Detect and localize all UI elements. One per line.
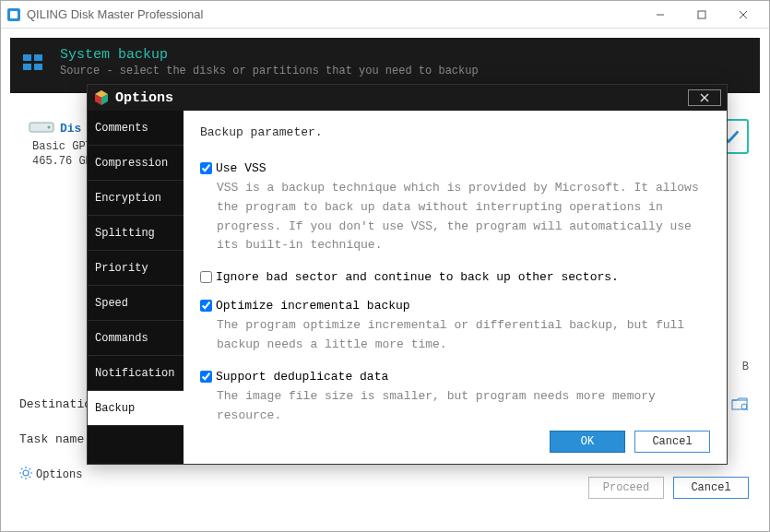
task-name-label: Task name: (19, 432, 91, 446)
options-link[interactable]: Options (19, 467, 82, 483)
options-sidebar: Comments Compression Encryption Splittin… (88, 111, 184, 464)
disk-type: Basic GPT (32, 140, 92, 153)
sidebar-item-comments[interactable]: Comments (88, 111, 184, 146)
option-ignore-bad-sector: Ignore bad sector and continue to back u… (200, 270, 710, 284)
disk-icon (29, 119, 54, 138)
grid-icon (21, 51, 45, 77)
label-optimize-incremental[interactable]: Optimize incremental backup (216, 299, 410, 313)
size-unit-label: B (742, 361, 749, 373)
browse-icon[interactable] (730, 396, 749, 415)
checkbox-use-vss[interactable] (200, 162, 212, 174)
options-panel: Backup parameter. Use VSS VSS is a backu… (184, 111, 727, 464)
dialog-titlebar: Options (88, 85, 727, 111)
sidebar-item-compression[interactable]: Compression (88, 146, 184, 181)
window-title: QILING Disk Master Professional (27, 7, 639, 21)
proceed-button[interactable]: Proceed (588, 477, 664, 499)
svg-line-14 (746, 408, 748, 410)
svg-rect-9 (34, 64, 42, 70)
label-ignore-bad-sector[interactable]: Ignore bad sector and continue to back u… (216, 270, 619, 284)
gear-icon (19, 467, 32, 483)
option-use-vss: Use VSS VSS is a backup technique which … (200, 161, 710, 255)
svg-point-11 (48, 126, 51, 129)
svg-line-21 (30, 477, 30, 478)
close-button[interactable] (722, 2, 764, 28)
sidebar-item-commands[interactable]: Commands (88, 321, 184, 356)
main-titlebar: QILING Disk Master Professional (1, 1, 769, 29)
main-button-row: Proceed Cancel (588, 477, 749, 499)
option-optimize-incremental: Optimize incremental backup The program … (200, 299, 710, 355)
main-window: QILING Disk Master Professional System b… (0, 0, 770, 532)
ok-button[interactable]: OK (550, 431, 625, 453)
svg-point-15 (23, 470, 29, 476)
dialog-close-button[interactable] (688, 89, 721, 106)
svg-rect-12 (732, 400, 747, 409)
disk-card[interactable]: Dis Basic GPT 465.76 GB (29, 119, 92, 168)
options-dialog: Options Comments Compression Encryption … (87, 84, 728, 465)
dialog-cancel-button[interactable]: Cancel (634, 431, 710, 453)
svg-rect-7 (34, 54, 42, 61)
task-name-row: Task name: (19, 432, 91, 446)
dialog-title: Options (115, 90, 688, 106)
dialog-body: Comments Compression Encryption Splittin… (88, 111, 727, 464)
window-controls (639, 2, 764, 28)
panel-title: Backup parameter. (200, 125, 710, 139)
cancel-button[interactable]: Cancel (673, 477, 749, 499)
dialog-button-row: OK Cancel (550, 431, 710, 453)
checkbox-optimize-incremental[interactable] (200, 300, 212, 312)
checkbox-deduplicate[interactable] (200, 371, 212, 383)
option-deduplicate: Support deduplicate data The image file … (200, 370, 710, 426)
svg-rect-6 (23, 54, 31, 61)
sidebar-item-notification[interactable]: Notification (88, 356, 184, 391)
maximize-button[interactable] (681, 2, 722, 28)
disk-name: Dis (60, 122, 81, 136)
label-use-vss[interactable]: Use VSS (216, 161, 267, 175)
svg-line-22 (30, 468, 30, 469)
checkbox-ignore-bad-sector[interactable] (200, 271, 212, 283)
svg-line-23 (21, 477, 22, 478)
svg-rect-3 (698, 11, 705, 18)
sidebar-item-priority[interactable]: Priority (88, 251, 184, 286)
label-deduplicate[interactable]: Support deduplicate data (216, 370, 388, 384)
desc-deduplicate: The image file size is smaller, but prog… (217, 387, 710, 426)
desc-optimize-incremental: The program optimize incremental or diff… (217, 316, 710, 355)
desc-use-vss: VSS is a backup technique which is provi… (217, 179, 710, 255)
minimize-button[interactable] (639, 2, 681, 28)
options-link-label: Options (36, 468, 82, 481)
page-title: System backup (60, 47, 747, 63)
svg-line-20 (21, 468, 22, 469)
disk-size: 465.76 GB (32, 155, 92, 168)
svg-rect-1 (10, 11, 18, 18)
app-icon (6, 7, 21, 22)
svg-rect-8 (23, 64, 31, 70)
sidebar-item-backup[interactable]: Backup (88, 391, 184, 426)
sidebar-item-speed[interactable]: Speed (88, 286, 184, 321)
sidebar-item-splitting[interactable]: Splitting (88, 216, 184, 251)
sidebar-item-encryption[interactable]: Encryption (88, 181, 184, 216)
page-subtitle: Source - select the disks or partitions … (60, 65, 747, 77)
cube-icon (93, 89, 110, 106)
